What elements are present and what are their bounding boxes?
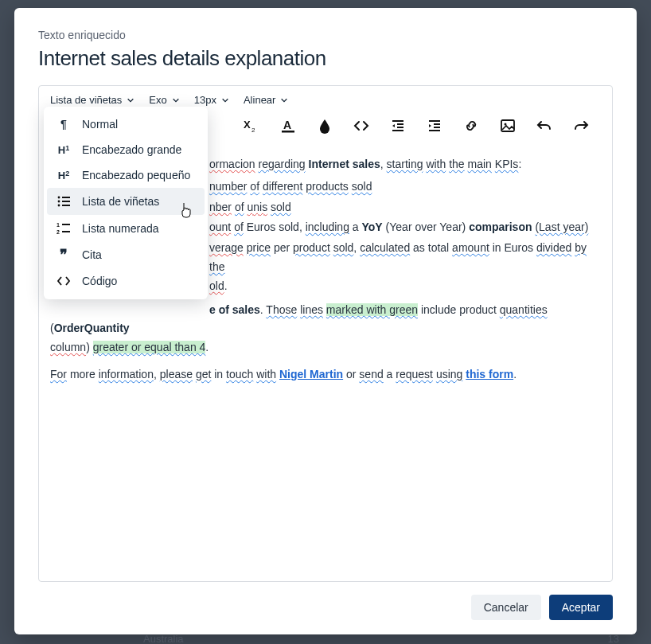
image-button[interactable] <box>499 117 517 135</box>
text-fragment: verage <box>209 241 244 254</box>
fill-color-button[interactable] <box>316 117 333 135</box>
font-size-select[interactable]: 13px <box>194 94 229 106</box>
text-highlight: marked with green <box>326 303 418 316</box>
text-fragment: starting <box>387 158 423 170</box>
text-fragment: nber <box>209 201 232 213</box>
svg-point-8 <box>58 201 60 203</box>
bg-country: Australia <box>143 633 184 644</box>
dropdown-item-h1[interactable]: H1 Encabezado grande <box>44 137 208 162</box>
link-button[interactable] <box>462 117 480 135</box>
svg-text:1: 1 <box>57 222 60 228</box>
text-fragment: request <box>396 368 433 381</box>
contact-link[interactable]: Nigel Martin <box>279 368 343 381</box>
dropdown-item-h2[interactable]: H2 Encabezado pequeño <box>44 162 208 188</box>
chevron-down-icon <box>280 96 288 104</box>
text-fragment: Euros sold <box>247 221 299 233</box>
dropdown-item-bullet-list[interactable]: Lista de viñetas <box>47 188 205 215</box>
dropdown-item-quote[interactable]: ❞ Cita <box>44 242 208 267</box>
svg-rect-15 <box>62 231 70 232</box>
text-strong: OrderQuantity <box>54 322 130 334</box>
text-fragment: including <box>306 221 349 233</box>
subscript-button[interactable]: X2 <box>243 117 260 135</box>
chevron-down-icon <box>172 96 180 104</box>
rich-text-modal: Texto enriquecido Internet sales details… <box>14 8 637 634</box>
text-fragment: touch <box>226 368 253 381</box>
svg-rect-3 <box>282 131 294 133</box>
block-style-dropdown: ¶ Normal H1 Encabezado grande H2 Encabez… <box>44 107 208 299</box>
paragraph: For more information, please get in touc… <box>50 365 601 384</box>
text-fragment: calculated <box>360 241 410 254</box>
text-fragment: products <box>306 180 349 193</box>
text-fragment: in Euros <box>493 241 533 254</box>
svg-text:2: 2 <box>251 127 255 134</box>
svg-rect-13 <box>62 224 70 225</box>
editor-frame: Lista de viñetas Exo 13px Alinear X2 A <box>38 85 613 582</box>
text-fragment: get <box>196 368 211 381</box>
text-fragment: For <box>50 368 67 381</box>
pilcrow-icon: ¶ <box>55 118 72 131</box>
text-fragment: of <box>235 201 244 213</box>
align-select[interactable]: Alinear <box>244 94 288 106</box>
list-item: number of different products sold <box>209 178 601 197</box>
dropdown-item-numbered-list[interactable]: 12 Lista numerada <box>44 215 208 242</box>
accept-button[interactable]: Aceptar <box>549 595 613 620</box>
text-fragment: old <box>209 279 224 292</box>
text-fragment: (Last year) <box>535 221 588 233</box>
modal-subtitle: Texto enriquecido <box>38 29 613 41</box>
h2-icon: H2 <box>55 170 72 181</box>
svg-rect-9 <box>62 201 70 202</box>
paragraph: e of sales. Those lines marked with gree… <box>50 301 601 357</box>
text-color-button[interactable]: A <box>279 117 297 135</box>
text-fragment: of <box>234 221 244 233</box>
text-fragment: different <box>263 180 302 193</box>
form-link[interactable]: this form <box>466 368 513 381</box>
text-strong: Internet sales <box>309 158 380 170</box>
text-fragment: lines <box>300 303 323 316</box>
dropdown-item-label: Cita <box>82 248 102 261</box>
dropdown-item-code[interactable]: Código <box>44 267 208 295</box>
text-fragment: main <box>468 158 492 170</box>
text-fragment: using <box>436 368 462 381</box>
dropdown-item-label: Encabezado pequeño <box>82 169 190 181</box>
indent-increase-button[interactable] <box>426 117 443 135</box>
dropdown-item-label: Código <box>82 275 117 287</box>
code-button[interactable] <box>353 117 370 135</box>
text-fragment: KPIs <box>495 158 519 170</box>
text-fragment: regarding <box>258 158 305 170</box>
text-strong: e of sales <box>209 303 260 316</box>
indent-decrease-button[interactable] <box>389 117 407 135</box>
text-fragment: divided <box>536 241 571 254</box>
text-fragment: a <box>353 221 359 233</box>
svg-point-6 <box>58 197 60 199</box>
code-icon <box>55 274 72 288</box>
font-size-label: 13px <box>194 94 216 106</box>
svg-point-10 <box>58 205 60 207</box>
undo-button[interactable] <box>536 117 553 135</box>
block-style-select[interactable]: Lista de viñetas <box>50 94 134 106</box>
h1-icon: H1 <box>55 144 72 156</box>
text-fragment: information <box>99 368 154 381</box>
font-label: Exo <box>149 94 166 106</box>
redo-button[interactable] <box>572 117 590 135</box>
svg-rect-7 <box>62 197 70 198</box>
text-fragment: as total <box>413 241 449 254</box>
text-fragment: the <box>209 260 224 273</box>
text-highlight: greater or equal than 4 <box>93 341 206 353</box>
text-fragment: with <box>256 368 276 381</box>
text-strong: YoY <box>362 221 383 233</box>
text-fragment: the <box>449 158 464 170</box>
text-fragment: (Year over Year) <box>386 221 466 233</box>
svg-rect-11 <box>62 205 70 206</box>
background-table-row: Australia 13 <box>143 633 619 644</box>
bullet-list-icon <box>55 194 72 209</box>
list-item: verage price per product sold, calculate… <box>209 239 601 295</box>
text-fragment: sold <box>352 180 372 193</box>
cancel-button[interactable]: Cancelar <box>471 595 541 620</box>
text-fragment: unis <box>248 201 268 213</box>
modal-title: Internet sales details explanation <box>38 46 613 71</box>
quote-icon: ❞ <box>55 250 72 260</box>
svg-text:X: X <box>244 119 251 131</box>
dropdown-item-normal[interactable]: ¶ Normal <box>44 111 208 137</box>
font-select[interactable]: Exo <box>149 94 179 106</box>
text-fragment: send <box>359 368 383 381</box>
